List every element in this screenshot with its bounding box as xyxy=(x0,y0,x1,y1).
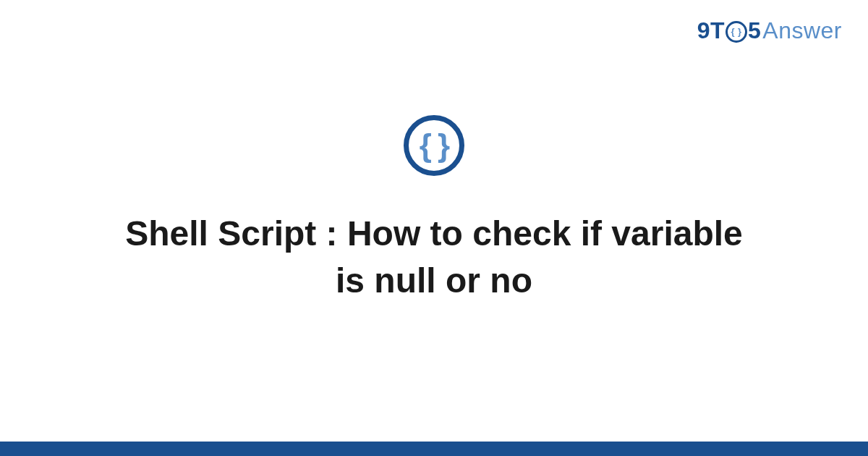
footer-bar xyxy=(0,442,868,456)
code-braces-icon: { } xyxy=(420,130,448,161)
main-content: { } Shell Script : How to check if varia… xyxy=(0,0,868,442)
page-title: Shell Script : How to check if variable … xyxy=(109,211,760,305)
category-icon: { } xyxy=(404,115,464,176)
